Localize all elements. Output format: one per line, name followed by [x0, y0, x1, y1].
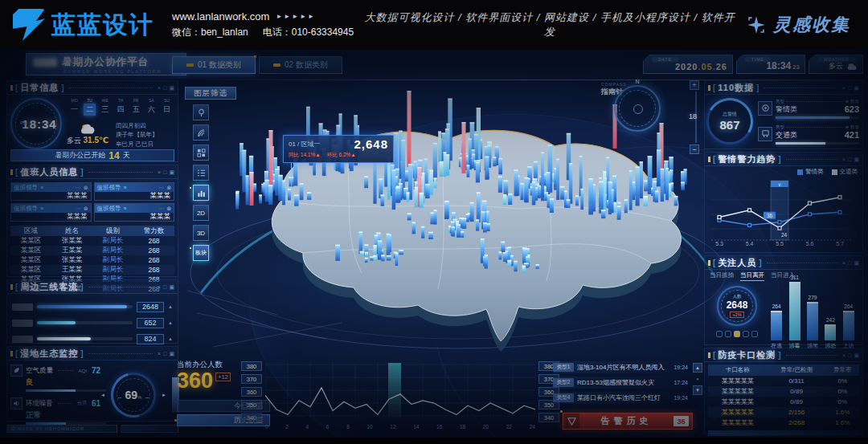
focus-tab[interactable]: 当日抓拍: [710, 271, 734, 281]
close-icon[interactable]: ×: [158, 284, 161, 290]
duty-col-header[interactable]: 级别: [92, 226, 133, 236]
checkpoint-col-header[interactable]: 卡口名称: [708, 365, 768, 376]
mini-icon[interactable]: [743, 331, 749, 337]
mini-icon[interactable]: [716, 331, 723, 337]
duty-card[interactable]: 值班领导»⋯⊗ 某某某: [94, 182, 175, 201]
website-link[interactable]: www.lanlanwork.com: [172, 10, 269, 22]
legend-item[interactable]: 交通类: [832, 168, 858, 176]
table-row[interactable]: 某某某某某0/890%: [708, 397, 859, 407]
mini-icon[interactable]: [751, 331, 758, 337]
window-icon[interactable]: □: [848, 157, 851, 162]
duty-card[interactable]: 值班领导»⋯⊗ 某某某: [10, 182, 92, 201]
layer-signal-button[interactable]: [193, 124, 209, 141]
weekday-cell[interactable]: WE三: [99, 98, 111, 116]
mini-icon[interactable]: [725, 331, 731, 337]
table-row[interactable]: 某某某某某0/890%: [708, 386, 859, 397]
more-icon[interactable]: ⋯: [76, 185, 81, 191]
logo[interactable]: 蓝蓝设计: [13, 9, 154, 42]
remove-icon[interactable]: ⊗: [84, 185, 88, 191]
svg-text:∨: ∨: [778, 182, 781, 187]
mini-icon-active[interactable]: [734, 331, 740, 337]
weekday-cell[interactable]: SA六: [145, 98, 158, 116]
expand-icon[interactable]: ▣: [169, 351, 174, 356]
alert-row[interactable]: 类型1湿地3-104片区有不明人员闯入19:24: [553, 361, 688, 373]
expand-icon[interactable]: ▣: [854, 85, 859, 91]
duty-col-header[interactable]: 区域: [10, 226, 51, 236]
close-icon[interactable]: ×: [158, 351, 161, 356]
scroll-up-button[interactable]: ▲: [693, 363, 702, 373]
alarm-type-value: 623: [845, 104, 859, 114]
x-axis-tick: 16: [436, 424, 442, 430]
weekday-cell[interactable]: SU日: [161, 98, 173, 116]
table-row[interactable]: 某某某某某0/3110%: [708, 376, 859, 386]
duty-col-header[interactable]: 姓名: [51, 226, 92, 236]
legend-item[interactable]: 警情类: [797, 168, 824, 176]
expand-icon[interactable]: ▣: [854, 352, 859, 358]
expand-icon[interactable]: ▣: [169, 284, 174, 290]
more-icon[interactable]: ⋯: [158, 185, 164, 191]
focus-tab[interactable]: 当日离开: [740, 271, 764, 281]
checkpoint-col-header[interactable]: 异常/已检测: [768, 365, 826, 376]
expand-icon[interactable]: ▣: [169, 85, 174, 91]
window-icon[interactable]: □: [163, 351, 166, 356]
close-icon[interactable]: ×: [158, 85, 161, 91]
layer-chart-button[interactable]: [193, 185, 209, 201]
table-row[interactable]: 某某区王某某副局长268: [10, 246, 174, 255]
focus-bar-column[interactable]: 264在逃: [771, 303, 782, 350]
focus-bar-column[interactable]: 279涉黑: [807, 295, 818, 350]
tab-data-category[interactable]: 01 数据类别: [172, 56, 256, 74]
table-row[interactable]: 某某区张某某副局长268: [10, 236, 174, 246]
window-icon[interactable]: □: [163, 85, 166, 91]
close-icon[interactable]: ×: [158, 169, 161, 175]
weekday-cell[interactable]: TH四: [114, 98, 126, 116]
duty-col-header[interactable]: 警力数: [133, 226, 174, 236]
remove-icon[interactable]: ⊗: [166, 185, 171, 191]
close-icon[interactable]: ×: [842, 352, 845, 358]
table-row[interactable]: 某某区王某某副局长268: [10, 265, 174, 275]
duty-card[interactable]: 值班领导»⋯⊗ 某某某: [94, 203, 175, 222]
table-row[interactable]: 某某某某某2/1561.6%: [708, 407, 859, 418]
window-icon[interactable]: □: [848, 352, 851, 358]
alert-row[interactable]: 类型4某路口有小汽车连闯三个红灯19:24: [553, 392, 688, 404]
more-icon[interactable]: ⋯: [76, 206, 81, 212]
window-icon[interactable]: □: [848, 85, 851, 91]
focus-bar-column[interactable]: 242涉恐: [825, 317, 836, 350]
alert-row[interactable]: 类型2RD13-53烟感报警疑似火灾17:24: [553, 377, 688, 389]
checkpoint-col-header[interactable]: 异常率: [826, 365, 859, 376]
duty-card[interactable]: 值班领导»⋯⊗ 某某某: [10, 203, 92, 222]
table-row[interactable]: 某某区张某某副局长268: [10, 255, 174, 265]
layer-3d-button[interactable]: 3D: [193, 225, 209, 241]
weekday-cell[interactable]: MO一: [68, 98, 80, 116]
layer-block-button[interactable]: 板块: [193, 245, 209, 261]
focus-bar-column[interactable]: 264上访: [843, 303, 854, 350]
inspiration-collect[interactable]: 灵感收集: [746, 13, 850, 37]
window-icon[interactable]: □: [848, 260, 851, 266]
layer-list-button[interactable]: [193, 165, 209, 181]
weekday-cell[interactable]: FR五: [130, 98, 142, 116]
focus-bar-column[interactable]: 311涉毒: [789, 275, 800, 350]
remove-icon[interactable]: ⊗: [166, 206, 171, 212]
window-icon[interactable]: □: [163, 169, 166, 175]
close-icon[interactable]: ×: [842, 157, 845, 162]
layer-pin-button[interactable]: [193, 104, 209, 120]
scroll-down-button[interactable]: ▼: [693, 385, 702, 395]
expand-icon[interactable]: ▣: [169, 169, 174, 175]
layer-grid-button[interactable]: [193, 145, 209, 161]
table-row[interactable]: 某某某某某2/2681.6%: [708, 418, 859, 428]
window-icon[interactable]: □: [163, 284, 166, 290]
weekday-cell[interactable]: TU二: [84, 98, 96, 116]
bracket: ]: [778, 155, 780, 164]
expand-icon[interactable]: ▣: [854, 157, 859, 162]
close-icon[interactable]: ×: [842, 85, 845, 91]
remove-icon[interactable]: ⊗: [84, 206, 88, 212]
zoom-in-button[interactable]: +: [690, 80, 699, 90]
expand-icon[interactable]: ▣: [854, 260, 859, 266]
more-icon[interactable]: ⋯: [158, 206, 164, 212]
close-icon[interactable]: ×: [842, 260, 845, 266]
tab-data-category[interactable]: 02 数据类别: [259, 56, 342, 74]
zoom-out-button[interactable]: −: [690, 145, 699, 154]
alert-history-button[interactable]: 告警历史 36: [563, 413, 693, 430]
layer-2d-button[interactable]: 2D: [193, 205, 209, 221]
left-arrow-icon[interactable]: ◄: [100, 393, 105, 397]
right-arrow-icon[interactable]: ►: [162, 393, 166, 397]
